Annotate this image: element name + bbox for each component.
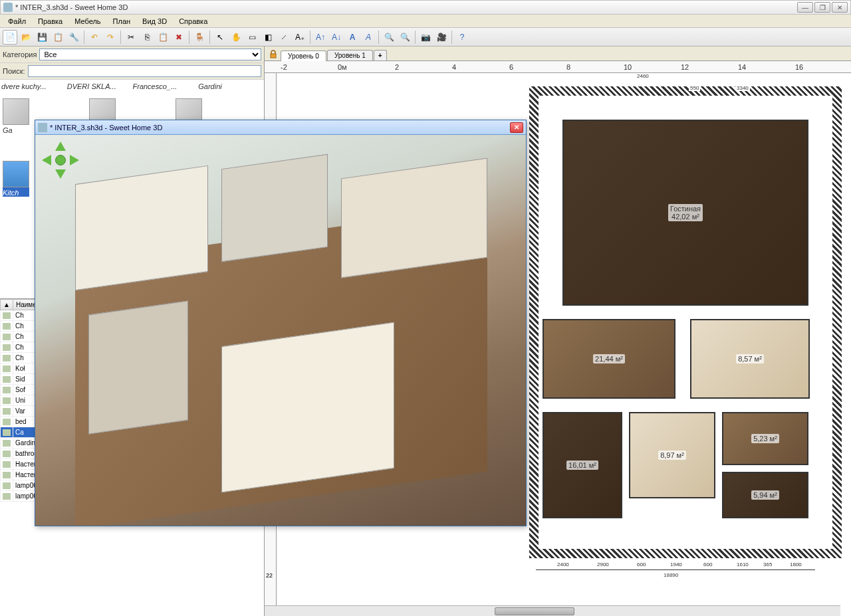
3d-view-window[interactable]: * INTER_3.sh3d - Sweet Home 3D ✕ [35,120,527,526]
nav-center-icon[interactable] [55,155,66,165]
nav-compass[interactable] [42,142,79,179]
cut-button[interactable]: ✂ [124,30,138,45]
popup-titlebar[interactable]: * INTER_3.sh3d - Sweet Home 3D ✕ [35,120,526,135]
menu-furniture[interactable]: Мебель [69,16,106,27]
redo-button[interactable]: ↷ [103,30,118,45]
nav-left-icon[interactable] [42,155,51,165]
savecopy-button[interactable]: 📋 [51,30,65,45]
close-button[interactable]: ✕ [832,2,848,13]
wall-tool[interactable]: ▭ [245,30,259,45]
catalog-item[interactable]: Ga [3,98,29,134]
level-tab-1[interactable]: Уровень 1 [327,50,373,60]
category-label: Категория [3,51,37,58]
textbig-button[interactable]: A↑ [313,30,328,45]
dimension-tool[interactable]: A₊ [293,30,307,45]
svg-rect-0 [271,54,276,58]
catalog-col: dvere kuchy... [1,82,66,90]
catalog-item-selected[interactable]: Kitch [3,161,29,197]
minimize-button[interactable]: — [797,2,813,13]
menu-bar: Файл Правка Мебель План Вид 3D Справка [0,15,851,28]
polyline-tool[interactable]: ⟋ [277,30,291,45]
lock-icon[interactable] [269,50,278,59]
catalog-col: DVERI SKLA... [67,82,132,90]
copy-button[interactable]: ⎘ [140,30,154,45]
menu-help[interactable]: Справка [174,16,213,27]
pan-tool[interactable]: ✋ [229,30,243,45]
help-button[interactable]: ? [455,30,469,45]
category-select[interactable]: Все [39,49,261,60]
catalog-col: Gardini [198,82,263,90]
level-tab-add[interactable]: + [374,50,387,60]
nav-down-icon[interactable] [55,169,66,179]
window-titlebar: * INTER_3.sh3d - Sweet Home 3D — ❐ ✕ [0,0,851,15]
level-tabs: Уровень 0 Уровень 1 + [265,47,851,61]
search-input[interactable] [28,65,261,77]
prefs-button[interactable]: 🔧 [66,30,81,45]
app-icon [3,3,13,12]
italic-button[interactable]: A [361,30,376,45]
menu-plan[interactable]: План [108,16,136,27]
zoomin-button[interactable]: 🔍 [382,30,396,45]
toolbar: 📄 📂 💾 📋 🔧 ↶ ↷ ✂ ⎘ 📋 ✖ 🪑 ↖ ✋ ▭ ◧ ⟋ A₊ A↑ … [0,28,851,47]
video-button[interactable]: 🎥 [434,30,449,45]
level-tab-0[interactable]: Уровень 0 [281,51,326,61]
popup-title: * INTER_3.sh3d - Sweet Home 3D [50,124,510,132]
window-title: * INTER_3.sh3d - Sweet Home 3D [15,3,797,11]
menu-edit[interactable]: Правка [33,16,68,27]
nav-right-icon[interactable] [70,155,79,165]
nav-up-icon[interactable] [55,142,66,151]
open-button[interactable]: 📂 [19,30,33,45]
zoomout-button[interactable]: 🔍 [398,30,412,45]
3d-viewport[interactable] [35,135,526,526]
addfurn-button[interactable]: 🪑 [192,30,207,45]
popup-close-button[interactable]: ✕ [510,122,523,133]
app-icon [38,123,47,132]
catalog-col: Francesco_... [133,82,197,90]
horizontal-ruler: -2 0м 2 4 6 8 10 12 14 16 [265,61,851,73]
search-label: Поиск: [3,67,25,75]
bold-button[interactable]: A [345,30,360,45]
room-tool[interactable]: ◧ [261,30,275,45]
undo-button[interactable]: ↶ [87,30,102,45]
new-button[interactable]: 📄 [3,30,17,45]
paste-button[interactable]: 📋 [156,30,170,45]
save-button[interactable]: 💾 [35,30,49,45]
menu-3dview[interactable]: Вид 3D [137,16,172,27]
menu-file[interactable]: Файл [3,16,31,27]
delete-button[interactable]: ✖ [172,30,186,45]
select-tool[interactable]: ↖ [213,30,227,45]
maximize-button[interactable]: ❐ [814,2,830,13]
horizontal-scrollbar[interactable] [265,605,840,616]
textsmall-button[interactable]: A↓ [329,30,344,45]
photo-button[interactable]: 📷 [418,30,433,45]
